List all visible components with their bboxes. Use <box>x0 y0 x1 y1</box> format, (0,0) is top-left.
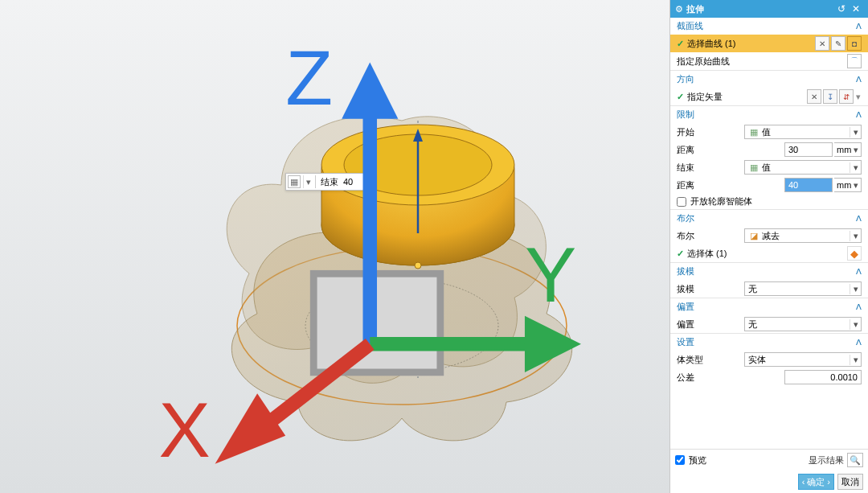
curve-picker-icon[interactable]: ◘ <box>847 36 862 51</box>
chevron-down-icon: ▾ <box>850 231 861 241</box>
offset-dropdown[interactable]: 无 ▾ <box>744 317 862 331</box>
section-header-offset[interactable]: 偏置 ᐱ <box>670 298 868 315</box>
body-type-row: 体类型 实体 ▾ <box>670 351 868 368</box>
chevron-up-icon: ᐱ <box>856 214 862 223</box>
show-result-label: 显示结果 <box>809 454 844 466</box>
chevron-down-icon[interactable]: ▾ <box>855 92 862 102</box>
section-header-settings[interactable]: 设置 ᐱ <box>670 333 868 351</box>
chevron-up-icon: ᐱ <box>856 302 862 311</box>
clear-selection-icon[interactable]: ✕ <box>815 36 829 51</box>
svg-text:X: X <box>159 387 211 473</box>
vector-picker-icon[interactable]: ↧ <box>823 89 837 104</box>
reverse-vector-icon[interactable]: ⇵ <box>839 89 854 104</box>
tolerance-input[interactable]: 0.0010 <box>784 370 862 384</box>
section-header-boolean[interactable]: 布尔 ᐱ <box>670 209 868 227</box>
end-distance-row: 距离 40 mm▾ <box>670 176 868 194</box>
select-curve-row[interactable]: ✓ 选择曲线 (1) ✕ ✎ ◘ <box>670 35 868 52</box>
end-distance-input[interactable]: 40 <box>784 178 833 192</box>
start-distance-row: 距离 30 mm▾ <box>670 141 868 158</box>
chevron-up-icon: ᐱ <box>856 338 862 347</box>
vector-row[interactable]: ✓ 指定矢量 ✕ ↧ ⇵ ▾ <box>670 88 868 105</box>
chevron-down-icon: ▾ <box>850 355 861 365</box>
start-distance-input[interactable]: 30 <box>784 142 833 157</box>
section-header-draft[interactable]: 拔模 ᐱ <box>670 262 868 280</box>
chevron-down-icon: ▾ <box>850 127 861 138</box>
boolean-type-row: 布尔 ◪ 减去 ▾ <box>670 227 868 244</box>
section-header-direction[interactable]: 方向 ᐱ <box>670 70 868 88</box>
open-profile-checkbox[interactable]: 开放轮廓智能体 <box>670 194 868 209</box>
value-icon: ▦ <box>748 127 760 138</box>
end-type-dropdown[interactable]: ▦ 值 ▾ <box>744 160 862 175</box>
start-unit-dropdown[interactable]: mm▾ <box>834 142 862 157</box>
subtract-icon: ◪ <box>748 231 760 241</box>
panel-footer: 预览 显示结果 🔍 <box>670 449 868 470</box>
body-picker-icon[interactable]: ◆ <box>847 246 862 261</box>
select-body-row[interactable]: ✓ 选择体 (1) ◆ <box>670 244 868 262</box>
offset-row: 偏置 无 ▾ <box>670 315 868 333</box>
value-icon: ▦ <box>748 162 760 173</box>
chevron-up-icon: ᐱ <box>856 75 862 84</box>
close-icon[interactable]: ✕ <box>849 3 863 14</box>
section-header-limits[interactable]: 限制 ᐱ <box>670 105 868 123</box>
start-type-row: 开始 ▦ 值 ▾ <box>670 123 868 141</box>
svg-marker-11 <box>342 63 398 119</box>
end-unit-dropdown[interactable]: mm▾ <box>834 178 862 192</box>
svg-marker-14 <box>525 316 581 372</box>
panel-actions: 确定 取消 <box>670 470 868 493</box>
sketch-icon[interactable]: ✎ <box>831 36 845 51</box>
boolean-dropdown[interactable]: ◪ 减去 ▾ <box>744 228 862 243</box>
panel-title: 拉伸 <box>686 3 834 15</box>
end-type-row: 结束 ▦ 值 ▾ <box>670 158 868 176</box>
reset-icon[interactable]: ↺ <box>834 3 849 14</box>
section-header-curve[interactable]: 截面线 ᐱ <box>670 18 868 35</box>
body-type-dropdown[interactable]: 实体 ▾ <box>744 352 862 367</box>
clear-vector-icon[interactable]: ✕ <box>807 89 821 104</box>
tolerance-row: 公差 0.0010 <box>670 368 868 386</box>
svg-text:Y: Y <box>525 232 576 318</box>
svg-marker-17 <box>215 393 286 464</box>
draft-row: 拔模 无 ▾ <box>670 280 868 298</box>
chevron-up-icon: ᐱ <box>856 110 862 119</box>
chevron-down-icon: ▾ <box>850 319 861 330</box>
chevron-up-icon: ᐱ <box>856 267 862 276</box>
chevron-up-icon: ᐱ <box>856 22 862 31</box>
extrude-panel: ⚙ 拉伸 ↺ ✕ 截面线 ᐱ ✓ 选择曲线 (1) ✕ ✎ ◘ 指定原始曲线 <box>669 0 868 493</box>
show-result-button[interactable]: 🔍 <box>847 453 863 467</box>
draft-dropdown[interactable]: 无 ▾ <box>744 281 862 296</box>
orig-curve-row[interactable]: 指定原始曲线 ⌒ <box>670 52 868 70</box>
chevron-down-icon: ▾ <box>850 162 861 173</box>
axis-triad[interactable]: Z Y X <box>28 0 698 485</box>
orig-curve-icon[interactable]: ⌒ <box>847 54 862 68</box>
panel-header[interactable]: ⚙ 拉伸 ↺ ✕ <box>670 0 868 18</box>
viewport-3d[interactable]: ▦ ▾ 结束 40 ▾ Z Y X <box>0 0 669 493</box>
svg-text:Z: Z <box>285 35 333 121</box>
chevron-down-icon: ▾ <box>850 284 861 294</box>
cancel-button[interactable]: 取消 <box>837 474 863 490</box>
start-type-dropdown[interactable]: ▦ 值 ▾ <box>744 125 862 139</box>
ok-button[interactable]: 确定 <box>798 474 834 490</box>
